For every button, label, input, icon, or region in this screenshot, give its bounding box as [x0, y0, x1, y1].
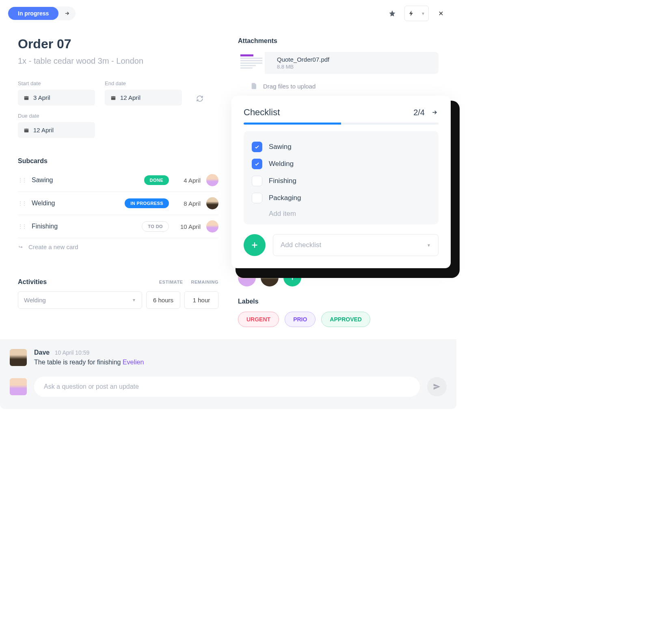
- add-checklist-item[interactable]: Add item: [252, 207, 430, 218]
- svg-rect-5: [112, 95, 112, 96]
- compose-input[interactable]: Ask a question or post an update: [34, 377, 420, 397]
- create-subcard[interactable]: Create a new card: [18, 238, 218, 256]
- comment-time: 10 April 10:59: [55, 349, 90, 356]
- svg-rect-3: [24, 97, 29, 97]
- svg-rect-10: [27, 128, 28, 129]
- drag-handle-icon[interactable]: ⋮⋮: [18, 177, 26, 183]
- checklist-item-label: Packaging: [269, 194, 301, 202]
- col-remaining: REMAINING: [191, 280, 218, 284]
- svg-rect-4: [111, 96, 116, 99]
- checkbox-checked-icon[interactable]: [252, 159, 262, 169]
- end-date-label: End date: [105, 80, 182, 86]
- checklist-title: Checklist: [244, 107, 280, 118]
- subcard-date: 4 April: [175, 177, 201, 184]
- comment-text: The table is ready for finishing Evelien: [34, 359, 144, 366]
- order-card: In progress ▼ Order 07 1x: [0, 0, 456, 409]
- comments-section: Dave 10 April 10:59 The table is ready f…: [0, 339, 456, 409]
- subcard-row[interactable]: ⋮⋮ Sawing DONE 4 April: [18, 169, 218, 192]
- subcard-assignee-avatar[interactable]: [206, 220, 218, 233]
- subcard-row[interactable]: ⋮⋮ Welding IN PROGRESS 8 April: [18, 192, 218, 215]
- status-next-arrow-icon[interactable]: [58, 7, 76, 19]
- comment-avatar: [10, 349, 27, 366]
- label-pill[interactable]: PRIO: [285, 312, 315, 327]
- automation-button[interactable]: ▼: [404, 6, 429, 21]
- subcard-assignee-avatar[interactable]: [206, 174, 218, 186]
- comment-mention[interactable]: Evelien: [123, 359, 144, 366]
- start-date-label: Start date: [18, 80, 95, 86]
- attachments-heading: Attachments: [238, 37, 439, 45]
- subcard-status[interactable]: TO DO: [142, 221, 169, 232]
- arrow-right-icon[interactable]: [430, 109, 439, 116]
- return-icon: [18, 244, 24, 250]
- start-date-field[interactable]: 3 April: [18, 90, 95, 106]
- svg-rect-11: [24, 129, 29, 130]
- member-avatar[interactable]: [261, 269, 279, 286]
- member-avatar[interactable]: [238, 269, 256, 286]
- close-button[interactable]: [434, 6, 448, 21]
- subcard-name: Finishing: [32, 223, 136, 230]
- end-date-field[interactable]: 12 April: [105, 90, 182, 106]
- attachment-size: 8.8 MB: [277, 64, 329, 70]
- subcard-date: 10 April: [175, 223, 201, 230]
- add-member-button[interactable]: [283, 269, 301, 286]
- chevron-down-icon: ▼: [418, 11, 428, 16]
- checklist-item[interactable]: Finishing: [252, 172, 430, 189]
- labels-heading: Labels: [238, 298, 439, 305]
- upload-dropzone[interactable]: Drag files to upload: [250, 82, 439, 90]
- subcard-status[interactable]: IN PROGRESS: [125, 198, 169, 208]
- comment: Dave 10 April 10:59 The table is ready f…: [10, 349, 447, 366]
- activity-select[interactable]: Welding ▼: [18, 291, 142, 309]
- subcard-name: Sawing: [32, 177, 138, 184]
- file-icon: [250, 82, 257, 90]
- subcard-status[interactable]: DONE: [144, 175, 169, 185]
- svg-rect-2: [27, 95, 28, 96]
- subcard-assignee-avatar[interactable]: [206, 197, 218, 209]
- svg-rect-9: [25, 128, 26, 129]
- drag-handle-icon[interactable]: ⋮⋮: [18, 200, 26, 206]
- order-subtitle: 1x - table cedar wood 3m - London: [18, 56, 218, 66]
- bolt-icon: [405, 10, 418, 17]
- checklist-progress: [244, 123, 439, 125]
- subcard-row[interactable]: ⋮⋮ Finishing TO DO 10 April: [18, 215, 218, 238]
- activities-heading: Activities: [18, 278, 47, 286]
- order-title: Order 07: [18, 37, 218, 52]
- svg-rect-6: [114, 95, 115, 96]
- svg-rect-8: [24, 128, 29, 132]
- label-pill[interactable]: URGENT: [238, 312, 279, 327]
- calendar-icon: [24, 95, 29, 101]
- chevron-down-icon: ▼: [427, 243, 431, 248]
- checkbox-unchecked-icon[interactable]: [252, 193, 262, 203]
- subcard-name: Welding: [32, 200, 119, 207]
- subcards-heading: Subcards: [18, 157, 218, 165]
- add-checklist-input[interactable]: Add checklist ▼: [273, 234, 439, 256]
- checklist-count: 2/4: [413, 108, 425, 117]
- compose-avatar: [10, 378, 27, 395]
- file-thumbnail: [238, 52, 265, 74]
- calendar-icon: [110, 95, 116, 101]
- send-button[interactable]: [427, 377, 447, 396]
- checkbox-checked-icon[interactable]: [252, 142, 262, 152]
- checklist-item-label: Welding: [269, 160, 294, 168]
- label-pill[interactable]: APPROVED: [321, 312, 370, 327]
- subcard-date: 8 April: [175, 200, 201, 207]
- checklist-panel: Checklist 2/4 SawingWeldingFinishingPack…: [231, 96, 451, 268]
- status-dropdown[interactable]: In progress: [8, 6, 76, 20]
- comment-author: Dave: [34, 349, 50, 356]
- svg-rect-1: [25, 95, 26, 96]
- add-checklist-button[interactable]: [244, 234, 266, 256]
- activity-remaining[interactable]: 1 hour: [184, 291, 218, 309]
- attachment-name: Quote_Order07.pdf: [277, 56, 329, 63]
- checklist-item-label: Finishing: [269, 177, 296, 185]
- star-button[interactable]: [385, 6, 400, 21]
- due-date-field[interactable]: 12 April: [18, 122, 95, 138]
- due-date-label: Due date: [18, 113, 95, 119]
- checklist-item[interactable]: Welding: [252, 155, 430, 172]
- checkbox-unchecked-icon[interactable]: [252, 176, 262, 186]
- topbar: In progress ▼: [0, 0, 456, 27]
- recurring-button[interactable]: [192, 92, 208, 106]
- drag-handle-icon[interactable]: ⋮⋮: [18, 224, 26, 229]
- checklist-item[interactable]: Sawing: [252, 138, 430, 155]
- attachment-item[interactable]: Quote_Order07.pdf 8.8 MB: [238, 52, 439, 74]
- checklist-item[interactable]: Packaging: [252, 189, 430, 207]
- activity-estimate[interactable]: 6 hours: [146, 291, 180, 309]
